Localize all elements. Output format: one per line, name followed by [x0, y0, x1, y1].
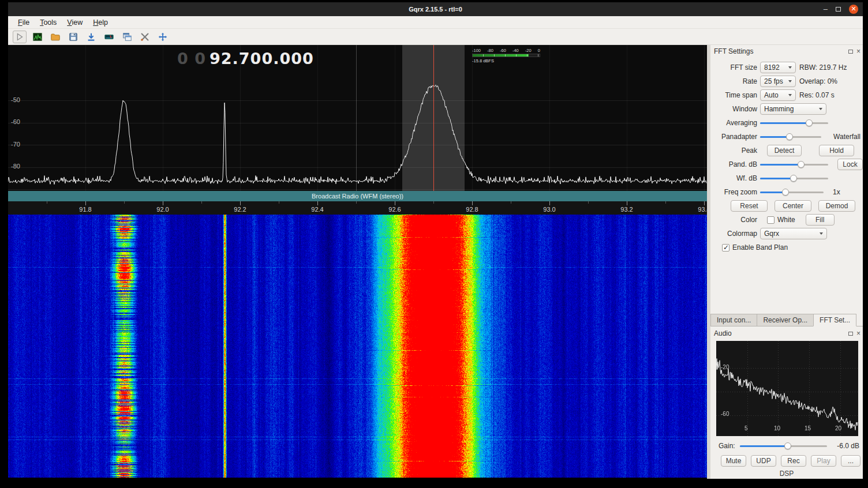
- freq-tick: [704, 201, 705, 205]
- slider-handle[interactable]: [798, 161, 805, 168]
- menu-help[interactable]: Help: [88, 17, 113, 28]
- slider-handle[interactable]: [786, 133, 793, 140]
- dbfs-tick-label: -80: [487, 48, 493, 53]
- more-button[interactable]: ...: [841, 455, 860, 467]
- rbw-label: RBW: 219.7 Hz: [799, 63, 847, 72]
- maximize-icon[interactable]: [836, 7, 841, 12]
- duplicate-view-button[interactable]: [120, 31, 134, 43]
- float-panel-icon[interactable]: [848, 50, 853, 54]
- window-value: Hamming: [764, 105, 794, 113]
- fft-plot[interactable]: -50 -60 -70 -80 0 092.700.000 -100-80-60…: [8, 45, 707, 192]
- fft-settings-title: FFT Settings: [714, 47, 753, 55]
- start-dsp-button[interactable]: [13, 31, 27, 43]
- white-checkbox[interactable]: [767, 216, 775, 224]
- waterfall-label: Waterfall: [833, 133, 863, 141]
- audio-buttons-row: Mute UDP Rec Play ...: [721, 455, 860, 467]
- peak-detect-button[interactable]: Detect: [767, 145, 802, 156]
- mute-button[interactable]: Mute: [721, 455, 746, 467]
- freq-tick-label: 93.2: [615, 206, 638, 213]
- slider-handle[interactable]: [790, 175, 797, 182]
- open-file-button[interactable]: [48, 31, 62, 43]
- rec-button[interactable]: Rec: [781, 455, 806, 467]
- freq-zoom-value: 1x: [833, 188, 840, 196]
- rate-value: 25 fps: [764, 77, 783, 85]
- save-file-button[interactable]: [66, 31, 80, 43]
- colormap-select[interactable]: Gqrx: [760, 228, 827, 239]
- float-panel-icon[interactable]: [848, 332, 853, 336]
- tab-input-controls[interactable]: Input con...: [710, 314, 757, 326]
- waterfall-display[interactable]: [8, 215, 707, 478]
- freq-minor-tick: [279, 201, 279, 204]
- time-span-label: Time span: [710, 91, 760, 99]
- frequency-display[interactable]: 0 092.700.000: [177, 50, 314, 67]
- window-controls: – ✕: [824, 2, 858, 16]
- demod-button[interactable]: Demod: [818, 200, 855, 212]
- enable-band-plan-label[interactable]: Enable Band Plan: [732, 243, 788, 251]
- pan-button[interactable]: [156, 31, 170, 43]
- bandplan-bar[interactable]: Broadcast Radio (WFM (stereo)): [8, 191, 707, 201]
- floppy-icon: [68, 32, 78, 42]
- averaging-label: Averaging: [710, 119, 760, 127]
- play-icon: [14, 32, 25, 42]
- tab-receiver-options[interactable]: Receiver Op...: [757, 314, 813, 326]
- menu-view[interactable]: View: [62, 17, 88, 28]
- menubar: File Tools View Help: [8, 16, 863, 29]
- freq-tick-label: 92.6: [383, 206, 406, 213]
- gain-slider[interactable]: [740, 441, 827, 451]
- rate-select[interactable]: 25 fps: [760, 76, 796, 87]
- freq-minor-tick: [47, 201, 47, 204]
- dbfs-meter-value: -15.8 dBFS: [472, 58, 540, 63]
- fill-button[interactable]: Fill: [806, 214, 835, 226]
- gain-label: Gain:: [719, 442, 735, 450]
- frequency-digits: 92.700.000: [209, 50, 314, 67]
- menu-file[interactable]: File: [13, 17, 35, 28]
- slider-handle[interactable]: [784, 442, 791, 449]
- minimize-icon[interactable]: –: [824, 6, 828, 12]
- dbfs-meter-ticks: [473, 54, 540, 57]
- panadapter-row: Panadapter Waterfall: [710, 130, 863, 143]
- peak-hold-button[interactable]: Hold: [819, 145, 854, 156]
- freq-zoom-slider[interactable]: [760, 187, 824, 197]
- peak-label: Peak: [710, 147, 760, 155]
- lock-button[interactable]: Lock: [837, 159, 863, 170]
- close-icon[interactable]: ✕: [849, 5, 858, 14]
- panadapter-slider[interactable]: [760, 132, 821, 141]
- averaging-slider[interactable]: [760, 118, 828, 127]
- titlebar[interactable]: Gqrx 2.15.5 - rtl=0 – ✕: [8, 2, 863, 16]
- audio-header: Audio ×: [710, 328, 863, 339]
- frequency-scale[interactable]: 91.892.092.292.492.692.893.093.293.4: [8, 201, 707, 215]
- slider-handle[interactable]: [806, 119, 813, 126]
- close-panel-icon[interactable]: ×: [856, 331, 860, 336]
- freq-tick: [627, 201, 627, 205]
- freq-tick: [395, 201, 395, 205]
- freq-minor-tick: [588, 201, 589, 204]
- freq-minor-tick: [665, 201, 666, 204]
- audio-fft-plot[interactable]: -20 -60 5 10 15 20: [716, 341, 858, 436]
- fft-size-select[interactable]: 8192: [760, 62, 796, 73]
- menu-tools[interactable]: Tools: [35, 17, 62, 28]
- window-select[interactable]: Hamming: [760, 103, 826, 115]
- freq-tick-label: 92.0: [151, 206, 174, 213]
- freq-tick: [549, 201, 550, 205]
- tools-button[interactable]: [138, 31, 152, 43]
- wf-db-slider[interactable]: [760, 174, 828, 183]
- slider-handle[interactable]: [782, 189, 789, 196]
- time-span-select[interactable]: Auto: [760, 89, 796, 101]
- tab-fft-settings[interactable]: FFT Set...: [813, 314, 856, 326]
- tuner-button[interactable]: [102, 31, 116, 43]
- udp-button[interactable]: UDP: [751, 455, 776, 467]
- iq-record-button[interactable]: [84, 31, 98, 43]
- freq-tick: [472, 201, 473, 205]
- crossed-tools-icon: [140, 32, 150, 42]
- db-axis-label: -50: [11, 96, 20, 103]
- rate-row: Rate 25 fps Overlap: 0%: [710, 75, 863, 88]
- play-button[interactable]: Play: [811, 455, 836, 467]
- pand-db-slider[interactable]: [760, 160, 828, 169]
- fft-display-button[interactable]: [31, 31, 44, 43]
- enable-band-plan-checkbox[interactable]: [722, 244, 729, 251]
- reset-button[interactable]: Reset: [731, 200, 768, 212]
- white-checkbox-label[interactable]: White: [777, 216, 795, 224]
- audio-khz-label: 5: [744, 425, 748, 431]
- center-button[interactable]: Center: [775, 200, 811, 212]
- close-panel-icon[interactable]: ×: [856, 48, 860, 54]
